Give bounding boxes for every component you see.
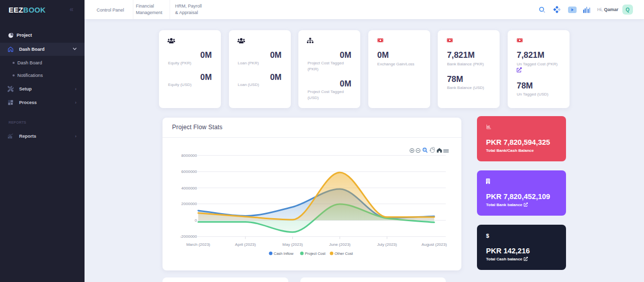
- svg-text:April (2023): April (2023): [235, 242, 256, 247]
- svg-text:4000000: 4000000: [181, 186, 197, 191]
- svg-text:2000000: 2000000: [181, 202, 197, 206]
- svg-text:-2000000: -2000000: [180, 234, 197, 239]
- svg-text:Project Cost: Project Cost: [305, 251, 326, 256]
- svg-text:May (2023): May (2023): [282, 242, 303, 247]
- svg-text:8000000: 8000000: [181, 153, 197, 158]
- svg-text:July (2023): July (2023): [377, 242, 397, 247]
- svg-text:March (2023): March (2023): [186, 242, 210, 247]
- svg-text:Other Cost: Other Cost: [335, 251, 353, 256]
- svg-text:Cash Inflow: Cash Inflow: [274, 251, 294, 256]
- svg-text:June (2023): June (2023): [329, 242, 351, 247]
- svg-text:6000000: 6000000: [181, 169, 197, 174]
- svg-text:August (2023): August (2023): [422, 242, 447, 247]
- svg-text:0: 0: [195, 218, 197, 223]
